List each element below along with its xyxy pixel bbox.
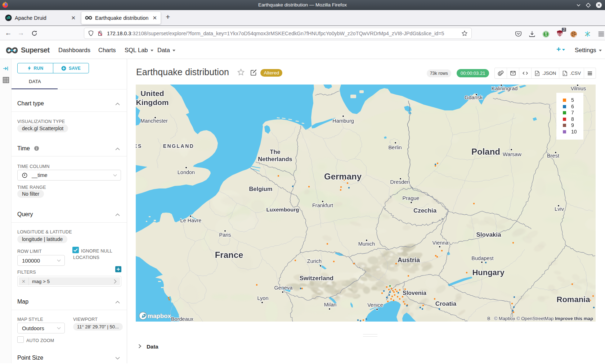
svg-text:Brest: Brest — [547, 153, 559, 159]
svg-text:The: The — [270, 149, 280, 155]
svg-text:Switzerland: Switzerland — [300, 275, 333, 282]
svg-text:Lyon: Lyon — [257, 295, 269, 301]
svg-text:B: B — [487, 316, 490, 321]
svg-text:Hamburg: Hamburg — [332, 118, 354, 124]
svg-text:Czechia: Czechia — [413, 207, 437, 214]
svg-text:Paris: Paris — [219, 232, 231, 238]
svg-text:© Mapbox © OpenStreetMap Impro: © Mapbox © OpenStreetMap Improve this ma… — [494, 316, 593, 321]
svg-text:Prague: Prague — [403, 195, 420, 201]
svg-text:Manchester: Manchester — [140, 118, 168, 124]
svg-text:Croatia: Croatia — [435, 300, 457, 307]
svg-text:9: 9 — [571, 122, 574, 128]
svg-text:Budapest: Budapest — [471, 255, 493, 261]
svg-text:7: 7 — [571, 110, 574, 115]
svg-text:United: United — [140, 89, 164, 97]
svg-text:Luxembourg: Luxembourg — [266, 206, 299, 213]
svg-text:Hungary: Hungary — [472, 268, 505, 277]
svg-text:Poland: Poland — [471, 147, 500, 156]
svg-text:Belgium: Belgium — [249, 186, 272, 192]
svg-text:Austria: Austria — [398, 256, 420, 264]
svg-text:Berlin: Berlin — [388, 145, 402, 150]
svg-text:Kingdom: Kingdom — [136, 98, 169, 106]
svg-text:Geneva: Geneva — [274, 285, 293, 291]
svg-text:Vienna: Vienna — [433, 240, 449, 246]
svg-text:Vilnius: Vilnius — [571, 86, 586, 91]
svg-text:8: 8 — [571, 116, 574, 122]
svg-text:mapbox: mapbox — [148, 313, 171, 319]
svg-text:Bordeaux: Bordeaux — [171, 316, 194, 322]
svg-text:Lviv: Lviv — [555, 206, 564, 212]
svg-text:London: London — [178, 169, 195, 175]
svg-text:Warsaw: Warsaw — [503, 151, 521, 157]
svg-text:Munich: Munich — [358, 241, 375, 247]
svg-text:Netherlands: Netherlands — [258, 156, 292, 162]
svg-text:6: 6 — [571, 104, 574, 109]
svg-text:Romania: Romania — [557, 295, 591, 304]
svg-text:x: x — [564, 73, 565, 75]
svg-text:Venice: Venice — [367, 302, 383, 308]
svg-text:Dresden: Dresden — [390, 179, 410, 185]
svg-text:Zurich: Zurich — [307, 258, 322, 264]
svg-text:10: 10 — [571, 129, 577, 135]
svg-text:5: 5 — [571, 97, 574, 103]
svg-text:Kaliningrad: Kaliningrad — [492, 86, 518, 91]
svg-text:Gdansk: Gdansk — [465, 95, 483, 100]
svg-text:France: France — [215, 250, 243, 260]
svg-text:Slovakia: Slovakia — [476, 231, 502, 238]
svg-text:Le Havre: Le Havre — [180, 218, 202, 223]
svg-text:Frankfurt: Frankfurt — [312, 203, 333, 208]
svg-text:ES: ES — [136, 143, 142, 149]
svg-text:Milan: Milan — [324, 302, 337, 308]
svg-text:Slovenia: Slovenia — [403, 290, 426, 296]
svg-text:ENGLAND: ENGLAND — [163, 143, 194, 149]
svg-text:Germany: Germany — [324, 172, 362, 181]
